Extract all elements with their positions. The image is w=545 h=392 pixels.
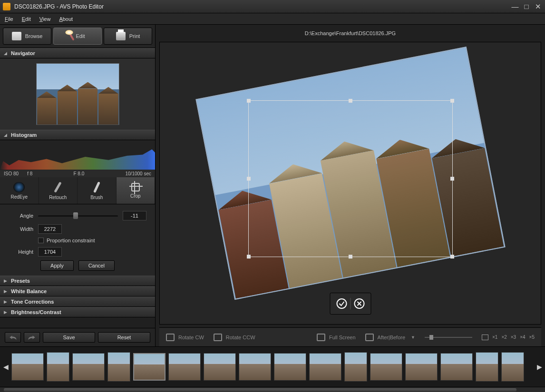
histo-shutter: 10/1000 sec [126,171,152,176]
thumb-9[interactable] [274,353,306,381]
after-before-button[interactable]: After|Before ▼ [365,334,415,341]
menu-about[interactable]: About [59,16,73,22]
thumb-8[interactable] [239,353,271,381]
navigator-label: Navigator [11,50,35,56]
save-button[interactable]: Save [43,332,95,343]
fit-icon[interactable] [482,335,488,340]
tab-print-label: Print [129,33,140,39]
canvas[interactable] [159,42,541,325]
canvas-toolbar: Rotate CW Rotate CCW Full Screen After|B… [159,327,541,346]
zoom-x3[interactable]: ×3 [511,335,516,340]
menu-file[interactable]: File [5,16,13,22]
crop-reject-button[interactable] [350,296,368,311]
printer-icon [116,32,126,40]
navigator-header[interactable]: ◢ Navigator [0,48,155,58]
window-title: DSC01826.JPG - AVS Photo Editor [14,3,511,10]
rotate-ccw-button[interactable]: Rotate CCW [214,334,255,341]
menu-edit[interactable]: Edit [22,16,31,22]
horizontal-scrollbar[interactable] [0,387,545,392]
wand-icon [68,31,74,40]
filmstrip-prev[interactable]: ◀ [2,363,10,371]
check-icon [336,298,347,309]
thumb-3[interactable] [72,353,105,381]
menu-view[interactable]: View [39,16,51,22]
thumb-5[interactable] [133,353,165,381]
expand-icon: ▶ [4,289,7,294]
tab-edit-label: Edit [76,33,85,39]
cancel-button[interactable]: Cancel [78,260,115,271]
width-input[interactable] [38,224,62,234]
brightness-header[interactable]: ▶ Brightness/Contrast [0,307,155,317]
thumb-12[interactable] [370,353,402,381]
navigator-thumbnail[interactable] [36,63,119,125]
zoom-x1[interactable]: ×1 [492,335,497,340]
thumb-6[interactable] [168,353,201,381]
chevron-down-icon: ▼ [411,335,415,340]
thumb-7[interactable] [204,353,236,381]
redo-button[interactable] [24,332,40,343]
histogram-label: Histogram [11,132,37,138]
navigator-body [0,58,155,130]
thumb-13[interactable] [405,353,438,381]
histogram-graph [0,148,155,170]
tab-browse-label: Browse [25,33,43,39]
proportion-checkbox[interactable] [38,238,44,243]
zoom-x2[interactable]: ×2 [501,335,506,340]
tone-header[interactable]: ▶ Tone Corrections [0,296,155,307]
thumb-16[interactable] [501,352,524,382]
crop-panel: Angle Width Proportion constraint Height [0,204,155,276]
presets-header[interactable]: ▶ Presets [0,276,155,286]
thumb-10[interactable] [309,353,341,381]
thumb-1[interactable] [11,353,44,381]
thumb-11[interactable] [344,352,367,382]
zoom-x5[interactable]: ×5 [529,335,535,340]
tool-crop[interactable]: Crop [117,177,156,204]
maximize-button[interactable]: □ [522,2,531,11]
svg-point-0 [337,299,346,308]
height-input[interactable] [38,247,62,257]
rotate-ccw-icon [214,334,222,341]
fullscreen-button[interactable]: Full Screen [317,334,356,341]
fullscreen-icon [317,334,325,341]
tool-row: RedEye Retouch Brush Crop [0,177,155,204]
thumb-4[interactable] [107,352,130,382]
tool-retouch[interactable]: Retouch [39,177,78,204]
apply-button[interactable]: Apply [40,260,74,271]
titlebar: DSC01826.JPG - AVS Photo Editor — □ ✕ [0,0,545,13]
width-label: Width [9,226,33,232]
tool-redeye[interactable]: RedEye [0,177,39,204]
rotate-cw-button[interactable]: Rotate CW [166,334,204,341]
thumb-15[interactable] [476,352,498,382]
undo-button[interactable] [5,332,21,343]
angle-input[interactable] [123,211,146,220]
angle-slider[interactable] [38,212,118,219]
reset-button[interactable]: Reset [98,332,150,343]
file-path: D:\Exchange\Frankfurt\DSC01826.JPG [156,25,545,42]
zoom-x4[interactable]: ×4 [520,335,525,340]
zoom-slider[interactable] [425,334,472,341]
rotate-cw-icon [166,334,175,341]
brush-icon [93,182,100,193]
tab-edit[interactable]: Edit [53,28,102,45]
crop-rectangle[interactable] [248,100,453,257]
left-panel: Browse Edit Print ◢ Navigator ◢ Histogra… [0,25,156,346]
filmstrip: ◀ ▶ [0,346,545,387]
histogram-header[interactable]: ◢ Histogram [0,130,155,140]
white-balance-header[interactable]: ▶ White Balance [0,286,155,296]
tool-brush[interactable]: Brush [78,177,117,204]
angle-label: Angle [9,213,33,219]
minimize-button[interactable]: — [511,2,519,11]
crop-accept-button[interactable] [333,296,350,311]
compare-icon [365,334,374,341]
expand-icon: ▶ [4,278,7,283]
thumb-2[interactable] [47,352,69,382]
crop-icon [131,183,140,191]
thumb-14[interactable] [440,353,473,381]
close-button[interactable]: ✕ [534,2,542,11]
tab-print[interactable]: Print [104,28,152,45]
height-label: Height [9,249,33,255]
tab-browse[interactable]: Browse [3,28,51,45]
filmstrip-next[interactable]: ▶ [535,363,543,371]
histo-fstop: F 8.0 [73,171,84,176]
histo-iso: ISO 80 [4,171,19,176]
